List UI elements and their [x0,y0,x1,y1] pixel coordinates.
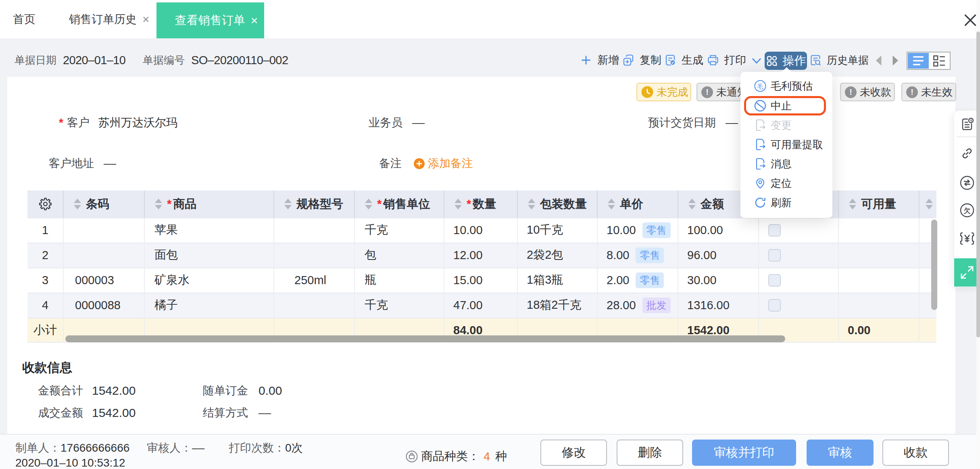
svg-text:欠: 欠 [963,207,971,215]
svg-text:毛: 毛 [757,83,763,90]
